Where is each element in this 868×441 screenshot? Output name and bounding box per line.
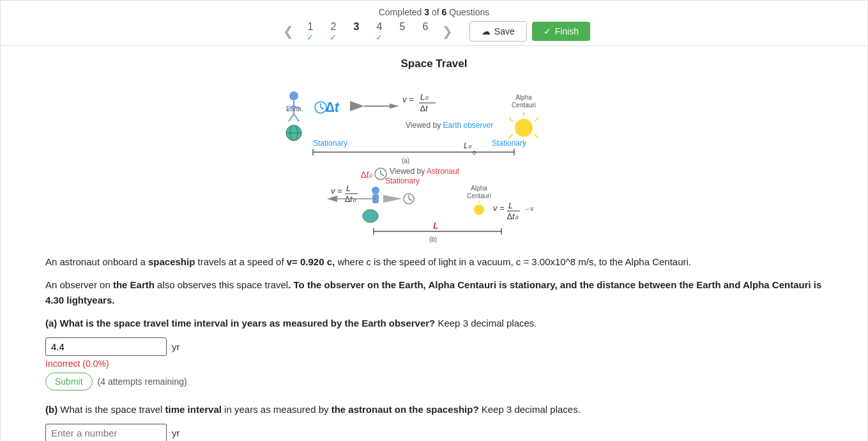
part-a-label: (a) <box>45 318 57 329</box>
viewed-by-astro: Viewed by Astronaut <box>390 167 460 176</box>
save-label: Save <box>494 26 515 36</box>
question-num-4[interactable]: 4 ✓ <box>368 21 391 42</box>
clock3-hand2 <box>409 199 412 201</box>
question-num-6[interactable]: 6 <box>414 21 437 42</box>
part-b-unit: yr <box>172 428 180 438</box>
part-a-text: What is the space travel time interval i… <box>57 318 435 329</box>
part-b-answer-row: yr <box>45 424 823 441</box>
stationary-right: Stationary <box>492 139 526 148</box>
part-a-input[interactable] <box>45 337 167 356</box>
v-arrow-label: →v <box>524 205 533 212</box>
sun-circle <box>515 119 533 137</box>
save-icon: ☁ <box>482 26 491 36</box>
part-b-input[interactable] <box>45 424 167 441</box>
arr-left <box>327 196 337 202</box>
spaceship-bold: spaceship <box>148 256 195 267</box>
globe2 <box>363 210 378 222</box>
question-nav: ❮ 1 ✓ 2 ✓ 3 4 ✓ 5 <box>1 21 867 42</box>
finish-label: Finish <box>555 26 579 36</box>
L-label-b: L <box>433 220 439 231</box>
L0-label: L₀ <box>464 141 472 150</box>
part-a-incorrect: Incorrect (0.0%) <box>45 359 823 369</box>
earth-bold: the Earth <box>113 279 155 290</box>
centauri2-label: Centauri <box>467 192 491 199</box>
sun2 <box>474 205 484 215</box>
part-b-bold: time interval <box>165 404 222 415</box>
part-b-label: (b) <box>45 404 57 415</box>
zero-subscript: 0 <box>473 150 476 156</box>
alpha-label: Alpha <box>515 94 532 101</box>
clock2-hand2 <box>381 174 384 176</box>
alpha2-label: Alpha <box>471 185 487 192</box>
progress-total: 6 <box>442 7 447 17</box>
person-head <box>289 91 298 100</box>
part-a-answer-row: yr <box>45 337 823 356</box>
stationary-red: Stationary <box>385 176 419 185</box>
question-num-1[interactable]: 1 ✓ <box>299 21 322 42</box>
delta-t0-right: ∆t₀ <box>507 212 519 221</box>
question-num-3[interactable]: 3 <box>345 21 368 42</box>
diagram-svg: Earth. ∆t <box>275 77 594 243</box>
finish-button[interactable]: ✓ Finish <box>532 22 590 41</box>
nav-prev-arrow[interactable]: ❮ <box>278 24 299 39</box>
v-eq-label: v = <box>402 95 414 104</box>
part-a-unit: yr <box>172 341 180 352</box>
rocket-body <box>350 101 364 111</box>
part-a-keep: Keep 3 decimal places. <box>435 318 537 329</box>
Lo-top: L₀ <box>420 92 429 102</box>
delta-t0-red: ∆t₀ <box>361 169 373 180</box>
question-num-2[interactable]: 2 ✓ <box>322 21 345 42</box>
part-b-bold2: the astronaut on the spaceship? <box>331 404 479 415</box>
sun-ray-br <box>535 134 538 138</box>
stationary-left: Stationary <box>313 139 347 148</box>
save-button[interactable]: ☁ Save <box>469 21 527 42</box>
v-value: v= 0.920 c, <box>287 256 335 267</box>
person-leg-left <box>289 114 294 121</box>
question-num-5[interactable]: 5 <box>391 21 414 42</box>
b-label: (b) <box>429 236 436 243</box>
spaceship-body-b <box>383 195 402 203</box>
rocket-arrowhead <box>390 104 399 109</box>
L-top3: L <box>508 201 513 210</box>
progress-text: Completed 3 of 6 Questions <box>1 7 867 17</box>
sun-ray-bl <box>509 134 513 138</box>
part-b: (b) What is the space travel time interv… <box>45 402 823 441</box>
astro-head <box>372 187 379 194</box>
top-bar: Completed 3 of 6 Questions ❮ 1 ✓ 2 ✓ 3 <box>1 1 867 46</box>
finish-icon: ✓ <box>544 26 551 36</box>
part-a-submit-button[interactable]: Submit <box>45 373 93 391</box>
centauri-label: Centauri <box>512 102 536 109</box>
diagram-area: Earth. ∆t <box>45 77 823 243</box>
problem-text: An astronaut onboard a spaceship travels… <box>45 254 823 308</box>
main-content: Space Travel Earth. <box>1 46 867 441</box>
v-eq3: v = <box>493 203 505 213</box>
a-label: (a) <box>401 157 409 164</box>
clock-hand2 <box>321 107 324 109</box>
v-eq2-label: v = <box>331 186 342 196</box>
person-leg-right <box>294 114 299 121</box>
delta-t-label: ∆t <box>326 99 340 115</box>
part-a-submit-row: Submit (4 attempts remaining) <box>45 373 823 391</box>
sun-ray-tr <box>535 118 538 121</box>
diagram-title: Space Travel <box>45 58 823 70</box>
L-top2: L <box>346 183 351 193</box>
sun-ray-tl <box>509 118 513 121</box>
part-a-attempts: (4 attempts remaining) <box>98 376 187 387</box>
viewed-by-earth: Viewed by Earth observer <box>406 121 493 130</box>
part-a: (a) What is the space travel time interv… <box>45 316 823 391</box>
progress-completed: 3 <box>424 7 429 17</box>
nav-next-arrow[interactable]: ❯ <box>437 24 458 39</box>
delta-t-bottom: ∆t <box>420 104 429 113</box>
